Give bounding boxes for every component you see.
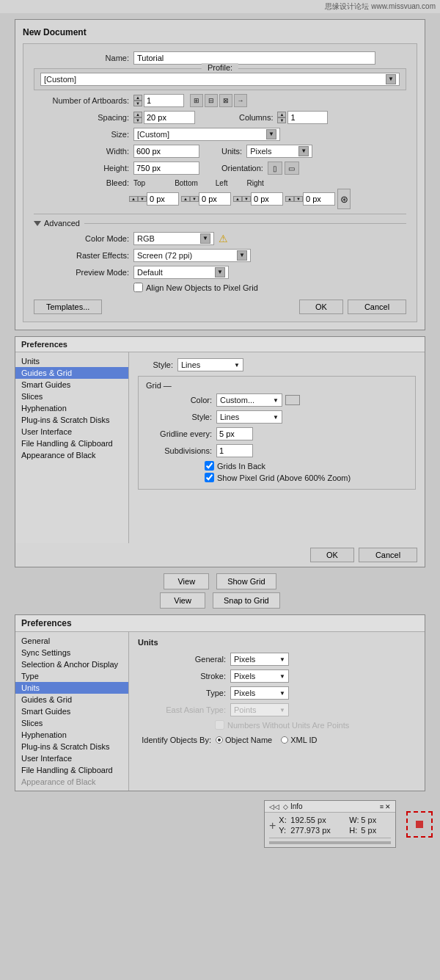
ok-button[interactable]: OK bbox=[299, 300, 343, 314]
bleed-top-up[interactable]: ▲ bbox=[129, 196, 138, 202]
sidebar-item-units-2[interactable]: Units bbox=[15, 682, 128, 694]
columns-up[interactable]: ▲ bbox=[277, 112, 286, 117]
spacing-down[interactable]: ▼ bbox=[133, 117, 142, 123]
cancel-button[interactable]: Cancel bbox=[348, 300, 406, 314]
info-menu-icon[interactable]: ≡ bbox=[380, 803, 384, 810]
sidebar-item-slices-2[interactable]: Slices bbox=[15, 717, 128, 729]
grid-style-arrow[interactable]: ▼ bbox=[273, 414, 279, 421]
bleed-bottom-down[interactable]: ▼ bbox=[190, 196, 199, 202]
sidebar-item-file-handling-2[interactable]: File Handling & Clipboard bbox=[15, 764, 128, 776]
sidebar-item-units-1[interactable]: Units bbox=[15, 355, 128, 367]
view-btn-1[interactable]: View bbox=[164, 573, 209, 589]
spacing-input[interactable] bbox=[144, 111, 195, 124]
width-input[interactable] bbox=[133, 145, 199, 158]
spacing-up[interactable]: ▲ bbox=[133, 112, 142, 117]
sidebar-item-smart-guides-1[interactable]: Smart Guides bbox=[15, 379, 128, 391]
gridline-input[interactable] bbox=[216, 427, 253, 440]
align-checkbox[interactable] bbox=[133, 283, 143, 292]
bleed-right-down[interactable]: ▼ bbox=[294, 196, 303, 202]
bleed-bottom-input[interactable] bbox=[199, 192, 231, 206]
show-grid-btn[interactable]: Show Grid bbox=[216, 573, 276, 589]
color-mode-arrow[interactable]: ▼ bbox=[200, 233, 210, 244]
artboards-down[interactable]: ▼ bbox=[133, 101, 142, 106]
sidebar-item-ui-1[interactable]: User Interface bbox=[15, 426, 128, 438]
sidebar-item-guides-grid[interactable]: Guides & Grid bbox=[15, 367, 128, 379]
units-select[interactable]: Pixels ▼ bbox=[246, 145, 312, 158]
type-units-select[interactable]: Pixels ▼ bbox=[230, 686, 289, 700]
right-icon-btn[interactable]: → bbox=[234, 94, 247, 107]
object-name-radio[interactable] bbox=[216, 736, 223, 744]
grid-icon-btn[interactable]: ⊞ bbox=[190, 94, 203, 107]
grid-color-arrow[interactable]: ▼ bbox=[273, 397, 279, 404]
grid-color-swatch[interactable] bbox=[285, 395, 300, 405]
sidebar-item-appearance-1[interactable]: Appearance of Black bbox=[15, 449, 128, 461]
units-arrow[interactable]: ▼ bbox=[298, 146, 309, 156]
show-pixel-grid-checkbox[interactable] bbox=[205, 473, 214, 482]
grid-color-select[interactable]: Custom... ▼ bbox=[216, 393, 282, 407]
artboards-up[interactable]: ▲ bbox=[133, 95, 142, 101]
info-expand-icon[interactable]: ◁◁ bbox=[269, 803, 279, 810]
type-units-arrow[interactable]: ▼ bbox=[279, 690, 285, 697]
prefs-cancel-button-1[interactable]: Cancel bbox=[359, 548, 417, 562]
sidebar-item-plugins-1[interactable]: Plug-ins & Scratch Disks bbox=[15, 414, 128, 426]
color-mode-select[interactable]: RGB ▼ bbox=[133, 232, 214, 245]
move-icon-btn[interactable]: ⊠ bbox=[219, 94, 232, 107]
portrait-btn[interactable]: ▯ bbox=[268, 161, 282, 175]
grids-in-back-checkbox[interactable] bbox=[205, 461, 214, 471]
bleed-left-up[interactable]: ▲ bbox=[233, 196, 242, 202]
columns-down[interactable]: ▼ bbox=[277, 117, 286, 123]
height-input[interactable] bbox=[133, 161, 199, 175]
sidebar-item-selection[interactable]: Selection & Anchor Display bbox=[15, 658, 128, 670]
info-close-icon[interactable]: ✕ bbox=[385, 803, 391, 810]
xml-id-option[interactable]: XML ID bbox=[281, 736, 317, 744]
sidebar-item-slices-1[interactable]: Slices bbox=[15, 391, 128, 402]
preview-mode-arrow[interactable]: ▼ bbox=[215, 267, 225, 277]
sidebar-item-file-handling-1[interactable]: File Handling & Clipboard bbox=[15, 438, 128, 449]
object-name-option[interactable]: Object Name bbox=[216, 736, 272, 744]
artboards-input[interactable] bbox=[144, 94, 184, 107]
general-units-select[interactable]: Pixels ▼ bbox=[230, 653, 289, 666]
size-select[interactable]: [Custom] ▼ bbox=[133, 128, 280, 141]
profile-select[interactable]: [Custom] ▼ bbox=[40, 73, 400, 86]
grid-style-select[interactable]: Lines ▼ bbox=[216, 410, 282, 424]
sidebar-item-hyphenation-1[interactable]: Hyphenation bbox=[15, 402, 128, 414]
view-btn-2[interactable]: View bbox=[160, 592, 205, 609]
subdivisions-input[interactable] bbox=[216, 444, 253, 457]
snap-to-grid-btn[interactable]: Snap to Grid bbox=[213, 592, 280, 609]
templates-button[interactable]: Templates... bbox=[34, 300, 102, 314]
sidebar-item-ui-2[interactable]: User Interface bbox=[15, 752, 128, 764]
stroke-units-arrow[interactable]: ▼ bbox=[279, 673, 285, 680]
size-arrow[interactable]: ▼ bbox=[266, 129, 276, 139]
bleed-bottom-up[interactable]: ▲ bbox=[181, 196, 190, 202]
bleed-top-input[interactable] bbox=[147, 192, 179, 206]
columns-input[interactable] bbox=[287, 111, 328, 124]
raster-effects-arrow[interactable]: ▼ bbox=[237, 250, 247, 261]
stroke-units-select[interactable]: Pixels ▼ bbox=[230, 669, 289, 683]
landscape-btn[interactable]: ▭ bbox=[285, 161, 299, 175]
preview-mode-select[interactable]: Default ▼ bbox=[133, 266, 229, 279]
bleed-right-input[interactable] bbox=[303, 192, 335, 206]
sidebar-item-sync[interactable]: Sync Settings bbox=[15, 647, 128, 658]
xml-id-radio[interactable] bbox=[281, 736, 288, 744]
chain-link-btn[interactable]: ⊛ bbox=[337, 189, 351, 209]
bleed-right-up[interactable]: ▲ bbox=[285, 196, 294, 202]
arrange-icon-btn[interactable]: ⊟ bbox=[205, 94, 218, 107]
sidebar-item-guides-grid-2[interactable]: Guides & Grid bbox=[15, 694, 128, 705]
guide-style-arrow[interactable]: ▼ bbox=[234, 362, 240, 369]
profile-arrow[interactable]: ▼ bbox=[386, 74, 396, 84]
bleed-left-input[interactable] bbox=[251, 192, 283, 206]
name-input[interactable] bbox=[133, 51, 375, 65]
sidebar-item-type[interactable]: Type bbox=[15, 670, 128, 682]
sidebar-item-smart-guides-2[interactable]: Smart Guides bbox=[15, 705, 128, 717]
general-units-arrow[interactable]: ▼ bbox=[279, 656, 285, 663]
raster-effects-select[interactable]: Screen (72 ppi) ▼ bbox=[133, 249, 251, 262]
prefs-ok-button-1[interactable]: OK bbox=[310, 548, 354, 562]
east-asian-select: Points ▼ bbox=[230, 703, 289, 716]
sidebar-item-plugins-2[interactable]: Plug-ins & Scratch Disks bbox=[15, 741, 128, 752]
bleed-top-down[interactable]: ▼ bbox=[138, 196, 147, 202]
sidebar-item-hyphenation-2[interactable]: Hyphenation bbox=[15, 729, 128, 741]
bleed-left-down[interactable]: ▼ bbox=[242, 196, 251, 202]
guide-style-select[interactable]: Lines ▼ bbox=[177, 358, 243, 371]
sidebar-item-general[interactable]: General bbox=[15, 635, 128, 647]
advanced-toggle[interactable] bbox=[34, 221, 41, 226]
